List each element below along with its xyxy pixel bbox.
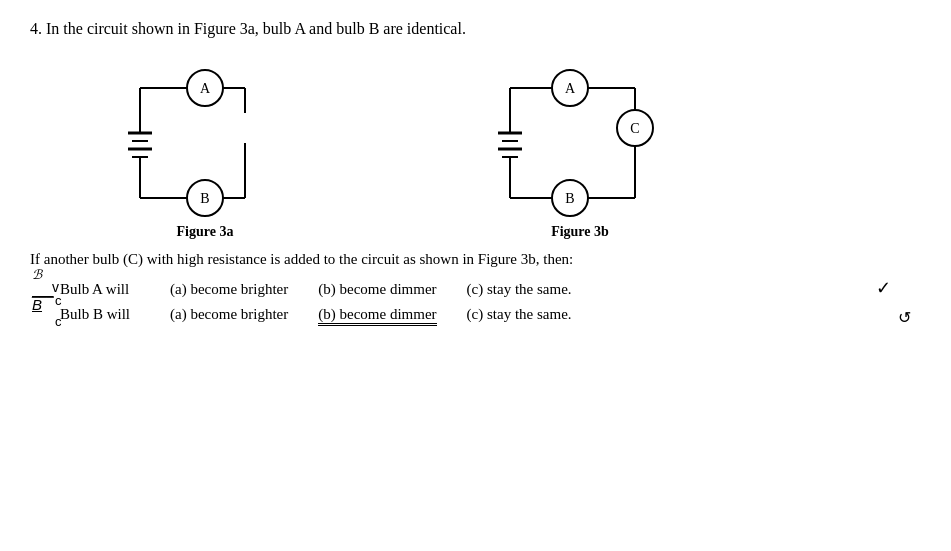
bulb-a-label: Bulb A will (60, 281, 170, 298)
annotation-b-top: ℬ (32, 267, 42, 282)
question-header: 4. In the circuit shown in Figure 3a, bu… (30, 18, 921, 40)
figure-3a-svg: A B (90, 58, 320, 218)
figure-3b-label: Figure 3b (551, 224, 609, 240)
bulb-b-label: Bulb B will (60, 306, 170, 323)
svg-text:B: B (565, 191, 574, 206)
figure-3a-label: Figure 3a (177, 224, 234, 240)
figure-3b-container: A B C Figure 3b (460, 58, 700, 240)
bulb-a-option-b: (b) become dimmer (318, 281, 436, 298)
figure-3b-svg: A B C (460, 58, 700, 218)
svg-text:A: A (565, 81, 576, 96)
bulb-a-options: (a) become brighter (b) become dimmer (c… (170, 281, 572, 298)
question-number: 4. (30, 20, 42, 37)
svg-text:A: A (200, 81, 211, 96)
svg-text:B: B (200, 191, 209, 206)
bulb-a-option-a: (a) become brighter (170, 281, 288, 298)
bulb-b-annotation-right: ↺ (898, 308, 911, 327)
page: 4. In the circuit shown in Figure 3a, bu… (0, 0, 951, 551)
bulb-a-option-c: (c) stay the same. (467, 281, 572, 298)
annotation-b-underlined: B (32, 296, 42, 313)
bulb-b-option-a: (a) become brighter (170, 306, 288, 323)
bulb-b-row: B Bulb B will (a) become brighter (b) be… (60, 306, 921, 323)
figures-row: A B Figure 3a (90, 58, 921, 240)
bulb-b-option-c: (c) stay the same. (467, 306, 572, 323)
bulb-b-options: (a) become brighter (b) become dimmer (c… (170, 306, 572, 323)
question-text: In the circuit shown in Figure 3a, bulb … (46, 20, 466, 37)
bulb-a-checkmark: ✓ (876, 277, 891, 299)
bulb-a-row: ℬ ___ v Bulb A will (a) become brighter … (60, 281, 921, 298)
bulb-b-option-b: (b) become dimmer (318, 306, 436, 323)
figure-3a-container: A B Figure 3a (90, 58, 320, 240)
answers-section: ℬ ___ v Bulb A will (a) become brighter … (30, 281, 921, 323)
condition-text: If another bulb (C) with high resistance… (30, 248, 921, 271)
annotation-c-2: c (55, 314, 62, 329)
svg-text:C: C (630, 121, 639, 136)
